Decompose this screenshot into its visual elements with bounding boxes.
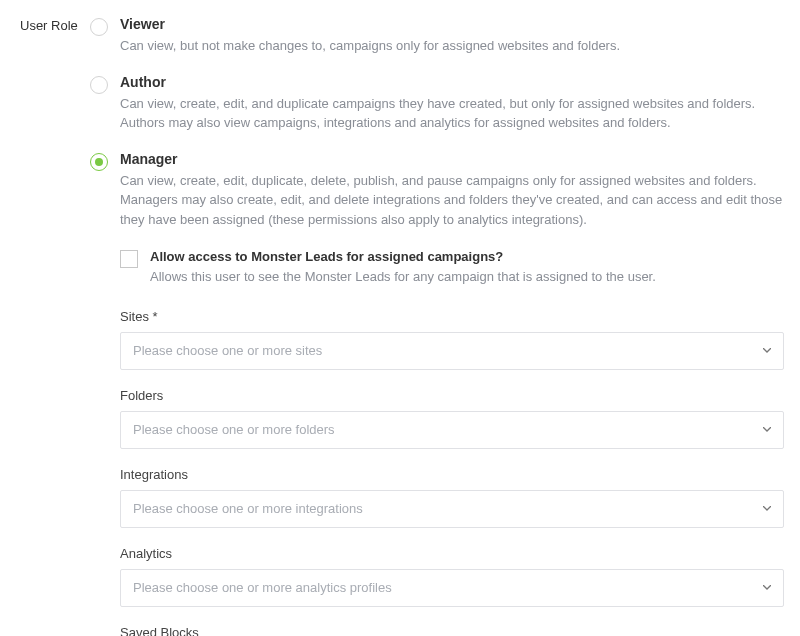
- field-integrations: Integrations Please choose one or more i…: [120, 467, 784, 528]
- role-option-manager[interactable]: Manager Can view, create, edit, duplicat…: [90, 151, 784, 230]
- field-folders: Folders Please choose one or more folder…: [120, 388, 784, 449]
- role-title-manager: Manager: [120, 151, 784, 167]
- monster-leads-checkbox[interactable]: [120, 250, 138, 268]
- role-desc-author: Can view, create, edit, and duplicate ca…: [120, 94, 784, 133]
- field-analytics: Analytics Please choose one or more anal…: [120, 546, 784, 607]
- field-label-integrations: Integrations: [120, 467, 784, 482]
- role-option-viewer[interactable]: Viewer Can view, but not make changes to…: [90, 16, 784, 56]
- user-role-section: User Role Viewer Can view, but not make …: [20, 16, 784, 636]
- select-analytics-placeholder: Please choose one or more analytics prof…: [133, 580, 392, 595]
- role-options: Viewer Can view, but not make changes to…: [90, 16, 784, 636]
- field-saved-blocks: Saved Blocks Please choose one or more s…: [120, 625, 784, 637]
- select-integrations[interactable]: Please choose one or more integrations: [120, 490, 784, 528]
- monster-leads-desc: Allows this user to see the Monster Lead…: [150, 267, 784, 287]
- field-label-folders: Folders: [120, 388, 784, 403]
- chevron-down-icon: [763, 347, 771, 355]
- select-integrations-placeholder: Please choose one or more integrations: [133, 501, 363, 516]
- radio-button-viewer[interactable]: [90, 18, 108, 36]
- select-sites[interactable]: Please choose one or more sites: [120, 332, 784, 370]
- select-folders-placeholder: Please choose one or more folders: [133, 422, 335, 437]
- select-analytics[interactable]: Please choose one or more analytics prof…: [120, 569, 784, 607]
- radio-button-manager[interactable]: [90, 153, 108, 171]
- field-label-analytics: Analytics: [120, 546, 784, 561]
- monster-leads-title: Allow access to Monster Leads for assign…: [150, 249, 784, 264]
- chevron-down-icon: [763, 505, 771, 513]
- select-folders[interactable]: Please choose one or more folders: [120, 411, 784, 449]
- chevron-down-icon: [763, 426, 771, 434]
- select-sites-placeholder: Please choose one or more sites: [133, 343, 322, 358]
- field-label-sites: Sites *: [120, 309, 784, 324]
- field-sites: Sites * Please choose one or more sites: [120, 309, 784, 370]
- role-content-author: Author Can view, create, edit, and dupli…: [120, 74, 784, 133]
- radio-button-author[interactable]: [90, 76, 108, 94]
- monster-leads-content: Allow access to Monster Leads for assign…: [150, 249, 784, 287]
- chevron-down-icon: [763, 584, 771, 592]
- section-label: User Role: [20, 16, 90, 33]
- role-title-viewer: Viewer: [120, 16, 784, 32]
- role-content-manager: Manager Can view, create, edit, duplicat…: [120, 151, 784, 230]
- role-content-viewer: Viewer Can view, but not make changes to…: [120, 16, 784, 56]
- manager-nested-section: Allow access to Monster Leads for assign…: [120, 249, 784, 636]
- role-desc-manager: Can view, create, edit, duplicate, delet…: [120, 171, 784, 230]
- role-title-author: Author: [120, 74, 784, 90]
- role-desc-viewer: Can view, but not make changes to, campa…: [120, 36, 784, 56]
- monster-leads-option[interactable]: Allow access to Monster Leads for assign…: [120, 249, 784, 287]
- field-label-saved-blocks: Saved Blocks: [120, 625, 784, 637]
- role-option-author[interactable]: Author Can view, create, edit, and dupli…: [90, 74, 784, 133]
